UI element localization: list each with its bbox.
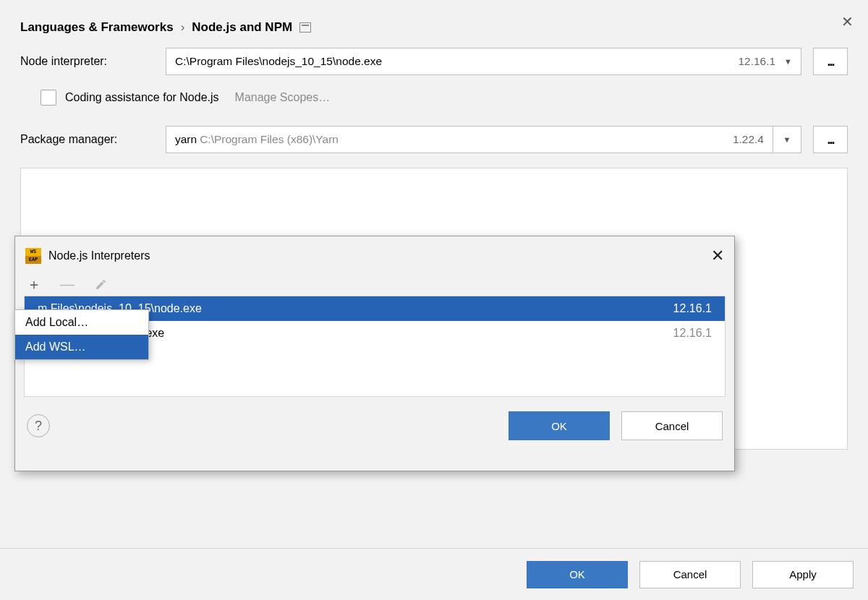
add-icon[interactable]: ＋ [27,277,41,291]
breadcrumb: Languages & Frameworks › Node.js and NPM [0,0,868,48]
node-interpreter-label: Node interpreter: [20,55,154,68]
coding-assistance-row: Coding assistance for Node.js Manage Sco… [41,90,848,106]
chevron-down-icon: ▼ [784,57,792,66]
package-manager-version: 1.22.4 [733,133,764,146]
chevron-down-icon: ▼ [783,135,791,144]
remove-icon: — [60,277,75,291]
ok-button[interactable]: OK [509,411,610,440]
interpreters-title: Node.js Interpreters [48,249,150,262]
node-interpreter-browse-button[interactable]: ... [813,48,848,75]
chevron-right-icon: › [181,20,185,35]
dialog-footer: OK Cancel Apply [0,548,868,600]
coding-assistance-label: Coding assistance for Node.js [65,91,219,104]
package-manager-select-wrap: yarn C:\Program Files (x86)\Yarn 1.22.4 … [166,126,801,153]
package-manager-select[interactable]: yarn C:\Program Files (x86)\Yarn 1.22.4 [166,126,773,153]
package-manager-row: Package manager: yarn C:\Program Files (… [20,126,848,153]
breadcrumb-current: Node.js and NPM [192,20,292,35]
apply-button[interactable]: Apply [752,561,854,588]
interpreter-version: 12.16.1 [673,302,712,315]
help-icon[interactable]: ? [27,414,50,437]
node-interpreter-value: C:\Program Files\nodejs_10_15\node.exe [175,55,382,68]
node-interpreter-row: Node interpreter: C:\Program Files\nodej… [20,48,848,75]
ok-button[interactable]: OK [527,561,628,588]
cancel-button[interactable]: Cancel [621,411,723,440]
coding-assistance-checkbox[interactable] [41,90,56,106]
manage-scopes-link[interactable]: Manage Scopes… [235,91,331,104]
package-manager-value: yarn [175,133,197,146]
form-area: Node interpreter: C:\Program Files\nodej… [0,48,868,153]
interpreters-toolbar: ＋ — [15,271,734,296]
cancel-button[interactable]: Cancel [639,561,741,588]
close-icon[interactable]: ✕ [711,247,724,265]
package-manager-dropdown-button[interactable]: ▼ [773,126,801,153]
close-icon[interactable]: ✕ [841,13,854,30]
package-manager-browse-button[interactable]: ... [813,126,848,153]
menu-item-add-wsl[interactable]: Add WSL… [15,335,148,359]
scope-icon[interactable] [299,22,311,33]
interpreter-version: 12.16.1 [673,327,712,340]
interpreters-footer: ? OK Cancel [15,397,734,440]
package-manager-path: C:\Program Files (x86)\Yarn [200,133,339,146]
interpreters-titlebar: WS EAP Node.js Interpreters ✕ [15,236,734,271]
webstorm-eap-icon: WS EAP [25,248,41,264]
package-manager-label: Package manager: [20,133,154,146]
breadcrumb-parent[interactable]: Languages & Frameworks [20,20,174,35]
add-interpreter-menu: Add Local… Add WSL… [14,309,149,360]
node-interpreter-select[interactable]: C:\Program Files\nodejs_10_15\node.exe 1… [166,48,801,75]
menu-item-add-local[interactable]: Add Local… [15,310,148,335]
node-interpreter-version: 12.16.1 [738,55,775,68]
edit-icon [93,277,108,291]
